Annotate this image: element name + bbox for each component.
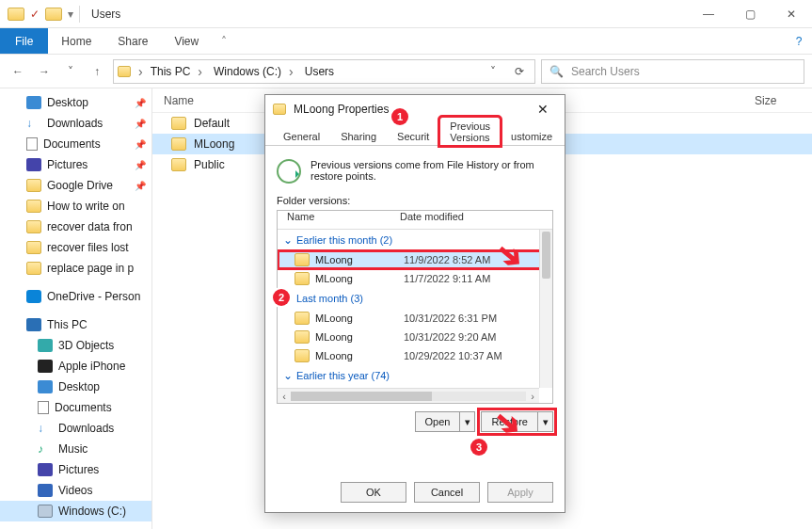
home-tab[interactable]: Home (48, 28, 104, 54)
address-dropdown-icon[interactable]: ˅ (482, 60, 504, 83)
folder-icon (171, 137, 186, 151)
qat-folder-icon[interactable] (45, 8, 62, 21)
close-button[interactable]: ✕ (771, 0, 812, 28)
versions-col-date[interactable]: Date modified (400, 211, 552, 229)
version-date: 10/29/2022 10:37 AM (404, 350, 502, 361)
version-row[interactable]: MLoong11/9/2022 8:52 AM (278, 250, 552, 269)
file-tab[interactable]: File (0, 28, 48, 54)
tree-item[interactable]: recover data fron (0, 216, 151, 237)
tree-item-icon (26, 200, 41, 213)
tree-item[interactable]: How to write on (0, 196, 151, 216)
open-split-button[interactable]: Open ▾ (415, 411, 476, 432)
help-icon[interactable]: ? (786, 28, 812, 54)
properties-dialog: MLoong Properties ✕ General Sharing Secu… (264, 94, 565, 513)
tree-item[interactable]: Google Drive📌 (0, 175, 151, 196)
restore-button[interactable]: Restore (481, 411, 538, 432)
ok-button[interactable]: OK (341, 482, 406, 503)
tree-item-label: Downloads (47, 117, 103, 130)
tree-item-icon (38, 339, 53, 352)
restore-dropdown[interactable]: ▾ (538, 411, 553, 432)
tree-item-label: Apple iPhone (58, 360, 125, 373)
version-row[interactable]: MLoong11/7/2022 9:11 AM (278, 269, 552, 288)
tree-item[interactable]: Documents (0, 397, 151, 418)
qat-check-icon[interactable] (30, 8, 40, 21)
refresh-icon[interactable]: ⟳ (508, 60, 531, 83)
tree-item-label: replace page in p (47, 262, 134, 275)
tree-onedrive[interactable]: OneDrive - Person (0, 286, 151, 307)
tab-previous-versions[interactable]: Previous Versions (439, 117, 501, 146)
dialog-title: MLoong Properties (294, 103, 389, 116)
versions-list[interactable]: Name Date modified Earlier this month (2… (277, 210, 553, 404)
tab-general[interactable]: General (273, 127, 330, 145)
minimize-button[interactable]: — (688, 0, 729, 28)
dialog-close-button[interactable]: ✕ (529, 102, 557, 117)
tree-item[interactable]: Documents📌 (0, 134, 151, 154)
qat-dropdown-icon[interactable]: ▾ (68, 8, 73, 21)
tree-item[interactable]: Music (0, 439, 151, 459)
versions-header[interactable]: Name Date modified (278, 211, 552, 230)
tree-item[interactable]: Apple iPhone (0, 356, 151, 377)
column-size[interactable]: Size (755, 94, 812, 107)
tree-item-icon (38, 484, 53, 497)
share-tab[interactable]: Share (104, 28, 161, 54)
restore-split-button[interactable]: Restore ▾ (481, 411, 553, 432)
tree-item[interactable]: Windows (C:) (0, 501, 151, 521)
onedrive-icon (26, 290, 41, 303)
view-tab[interactable]: View (161, 28, 212, 54)
up-button[interactable]: ↑ (87, 61, 107, 82)
tree-item-icon (38, 401, 49, 414)
app-icon (8, 8, 24, 21)
cancel-button[interactable]: Cancel (414, 482, 480, 503)
pin-icon: 📌 (135, 119, 146, 129)
tree-item-icon (26, 220, 41, 233)
tree-item[interactable]: Downloads (0, 418, 151, 439)
open-dropdown[interactable]: ▾ (460, 411, 475, 432)
tree-this-pc[interactable]: This PC (0, 314, 151, 335)
crumb-users[interactable]: Users (301, 65, 338, 78)
versions-scrollbar-h[interactable]: ‹ › (278, 388, 539, 403)
version-group-header[interactable]: Earlier this month (2) (278, 230, 552, 250)
version-row[interactable]: MLoong10/31/2022 6:31 PM (278, 309, 552, 328)
tree-item[interactable]: Pictures (0, 459, 151, 480)
crumb-root-chevron[interactable] (135, 64, 143, 79)
tab-security[interactable]: Securit (387, 127, 439, 145)
tree-item[interactable]: Pictures📌 (0, 154, 151, 175)
search-box[interactable]: 🔍 Search Users (541, 59, 804, 84)
forward-button[interactable]: → (34, 61, 55, 82)
tree-item-label: recover data fron (47, 220, 133, 233)
tree-item[interactable]: 3D Objects (0, 335, 151, 356)
ribbon-collapse-icon[interactable]: ˄ (212, 28, 236, 54)
versions-col-name[interactable]: Name (278, 211, 400, 229)
tab-sharing[interactable]: Sharing (330, 127, 387, 145)
recent-locations-button[interactable]: ˅ (60, 61, 81, 82)
scroll-right-icon[interactable]: › (526, 391, 539, 402)
tree-item[interactable]: Desktop📌 (0, 92, 151, 113)
tree-item[interactable]: replace page in p (0, 258, 151, 279)
tree-item[interactable]: Videos (0, 480, 151, 501)
tree-label: OneDrive - Person (47, 290, 140, 303)
version-group-header[interactable]: Earlier this year (74) (278, 365, 552, 386)
crumb-this-pc[interactable]: This PC (147, 64, 206, 79)
history-icon (277, 159, 301, 184)
navigation-pane[interactable]: Desktop📌Downloads📌Documents📌Pictures📌Goo… (0, 88, 152, 529)
tree-item[interactable]: recover files lost (0, 237, 151, 258)
back-button[interactable]: ← (8, 61, 28, 82)
dialog-title-bar[interactable]: MLoong Properties ✕ (265, 95, 565, 123)
tree-item[interactable]: Downloads📌 (0, 113, 151, 134)
versions-label: Folder versions: (277, 195, 553, 206)
versions-scrollbar-v[interactable] (539, 230, 552, 388)
scroll-left-icon[interactable]: ‹ (278, 391, 291, 402)
tree-item[interactable]: Desktop (0, 377, 151, 397)
tree-item-label: Documents (43, 137, 101, 151)
crumb-windows-c[interactable]: Windows (C:) (210, 64, 297, 79)
apply-button[interactable]: Apply (487, 482, 553, 503)
version-row[interactable]: MLoong10/29/2022 10:37 AM (278, 346, 552, 365)
maximize-button[interactable]: ▢ (729, 0, 771, 28)
open-button[interactable]: Open (415, 411, 461, 432)
dialog-icon (273, 104, 286, 115)
version-row[interactable]: MLoong10/31/2022 9:20 AM (278, 328, 552, 346)
tab-customize[interactable]: ustomize (501, 127, 563, 145)
address-bar[interactable]: This PC Windows (C:) Users ˅ ⟳ (113, 59, 535, 84)
version-date: 10/31/2022 9:20 AM (404, 331, 496, 343)
version-group-header[interactable]: Last month (3) (278, 288, 552, 309)
